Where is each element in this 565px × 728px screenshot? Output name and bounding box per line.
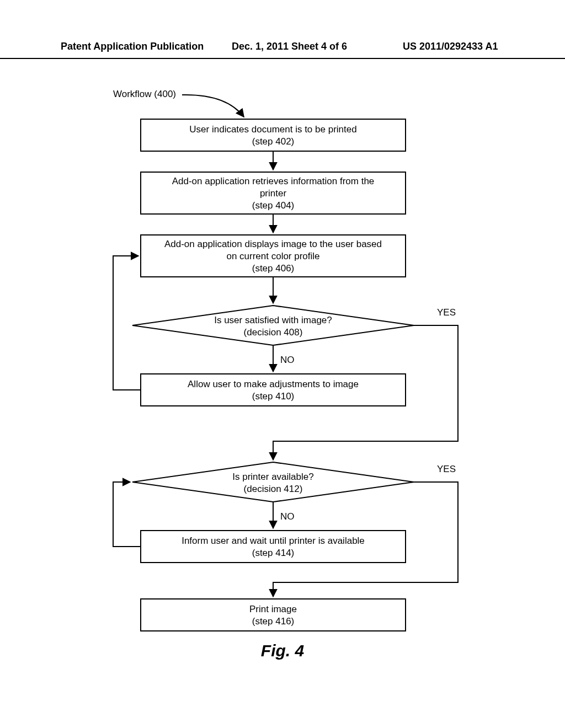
decision-408-l2: (decision 408) xyxy=(244,327,303,338)
d412-no-label: NO xyxy=(280,511,295,522)
d408-no-label: NO xyxy=(280,355,295,365)
d412-yes-label: YES xyxy=(437,464,456,474)
d408-yes-label: YES xyxy=(437,307,456,318)
figure-caption: Fig. 4 xyxy=(0,641,565,660)
step-414-l2: (step 414) xyxy=(252,548,295,558)
step-402-l1: User indicates document is to be printed xyxy=(189,124,356,135)
step-410-l2: (step 410) xyxy=(252,391,295,402)
step-406-l2: on current color profile xyxy=(226,251,319,261)
step-404-l2: printer xyxy=(260,188,287,199)
decision-408-l1: Is user satisfied with image? xyxy=(214,315,332,325)
decision-412-l2: (decision 412) xyxy=(244,484,303,494)
step-406-l3: (step 406) xyxy=(252,263,295,274)
decision-408 xyxy=(132,306,414,345)
decision-412 xyxy=(132,462,414,502)
step-416-l1: Print image xyxy=(249,604,297,614)
step-406-l1: Add-on application displays image to the… xyxy=(164,239,382,249)
step-410-l1: Allow user to make adjustments to image xyxy=(188,379,359,389)
step-414-l1: Inform user and wait until printer is av… xyxy=(182,536,365,546)
step-402-l2: (step 402) xyxy=(252,136,295,147)
step-416-l2: (step 416) xyxy=(252,616,295,627)
page: Patent Application Publication Dec. 1, 2… xyxy=(0,0,565,728)
decision-412-l1: Is printer available? xyxy=(232,472,313,482)
flowchart: Workflow (400) User indicates document i… xyxy=(0,0,565,728)
workflow-label: Workflow (400) xyxy=(113,89,176,99)
step-404-l3: (step 404) xyxy=(252,200,295,211)
step-404-l1: Add-on application retrieves information… xyxy=(172,176,375,186)
